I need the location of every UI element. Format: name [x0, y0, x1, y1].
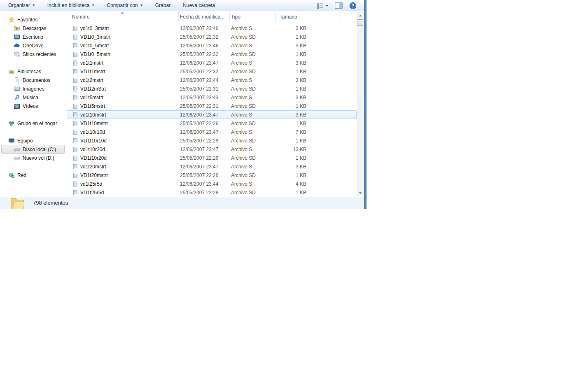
file-row-vd1t10mstrt[interactable]: vd1t10mstrt12/06/2007 23:47Archivo S3 KB [67, 110, 357, 119]
file-row-vd1t20mstrt[interactable]: vd1t20mstrt12/06/2007 23:47Archivo S3 KB [67, 162, 357, 171]
sidebar-item-escritorio[interactable]: Escritorio [0, 33, 66, 41]
sidebar-item-label: Red [17, 173, 26, 178]
file-name-cell: VD1t20mstrt [67, 173, 179, 178]
sidebar-item-im-genes[interactable]: Imágenes [0, 84, 66, 93]
sidebar-gap [0, 58, 66, 67]
file-type-cell: Archivo S [230, 147, 276, 152]
file-icon [72, 34, 78, 40]
sidebar-gap [0, 110, 66, 119]
main-area: FavoritosDescargasEscritorioOneDriveSiti… [0, 11, 364, 197]
file-type-cell: Archivo SD [230, 155, 276, 161]
sidebar-item-disco-local-c[interactable]: Disco local (C:) [1, 145, 65, 154]
file-row-vd1t0-3mstrt[interactable]: vd1t0_3mstrt12/06/2007 23:46Archivo S3 K… [67, 24, 357, 33]
svg-text:?: ? [352, 3, 355, 8]
sidebar-item-onedrive[interactable]: OneDrive [0, 41, 66, 50]
file-icon [72, 164, 78, 170]
column-header-tama-o[interactable]: Tamaño [276, 11, 309, 22]
file-row-vd1t1mstrt[interactable]: vd1t1mstrt12/06/2007 23:47Archivo S3 KB [67, 58, 357, 67]
toolbar-button-label: Nueva carpeta [183, 2, 215, 8]
sidebar-gap [0, 162, 66, 171]
file-row-vd1t10mstrt[interactable]: VD1t10mstrt25/05/2007 22:26Archivo SD1 K… [67, 119, 357, 128]
toolbar-button-nueva-carpeta[interactable]: Nueva carpeta [180, 1, 218, 10]
file-name: VD1t25r5d [80, 190, 104, 196]
file-icon [72, 95, 78, 100]
sidebar-item-grupo-en-el-hogar[interactable]: Grupo en el hogar [0, 119, 66, 128]
file-date-cell: 12/06/2007 23:47 [179, 129, 230, 135]
drive-icon [14, 155, 20, 161]
column-header-fecha-de-modifica[interactable]: Fecha de modifica... [179, 11, 230, 22]
file-row-vd1t1mstrt[interactable]: VD1t1mstrt25/05/2007 22:32Archivo SD1 KB [67, 67, 357, 76]
toolbar-button-organizar[interactable]: Organizar [5, 1, 38, 10]
file-row-vd1t2mstrt[interactable]: vd1t2mstrt12/06/2007 23:44Archivo S3 KB [67, 76, 357, 84]
column-header-tipo[interactable]: Tipo [230, 11, 276, 22]
file-row-vd1t0-5mstrt[interactable]: VD1t0_5mstrt25/05/2007 22:32Archivo SD1 … [67, 50, 357, 58]
vertical-scrollbar[interactable] [357, 12, 364, 196]
file-type-cell: Archivo SD [230, 173, 276, 178]
file-type-cell: Archivo S [230, 129, 276, 135]
file-icon [72, 147, 78, 152]
sidebar-item-equipo[interactable]: Equipo [0, 136, 66, 145]
file-name-cell: VD1t0_3mstrt [67, 34, 179, 40]
music-icon [14, 94, 20, 101]
file-date-cell: 25/05/2007 22:31 [179, 103, 230, 109]
file-type-cell: Archivo SD [230, 34, 276, 40]
scrollbar-thumb[interactable] [357, 19, 363, 26]
file-row-vd1t10r20d[interactable]: VD1t10r20d25/05/2007 22:29Archivo SD1 KB [67, 154, 357, 162]
file-row-vd1t10r10d[interactable]: vd1t10r10d12/06/2007 23:47Archivo S7 KB [67, 128, 357, 136]
chevron-down-icon [92, 5, 94, 6]
sort-ascending-icon[interactable] [121, 12, 124, 14]
file-row-vd1t10r20d[interactable]: vd1t10r20d12/06/2007 23:47Archivo S13 KB [67, 145, 357, 154]
sidebar-item-v-deos[interactable]: Vídeos [0, 102, 66, 110]
sidebar-item-documentos[interactable]: Documentos [0, 76, 66, 84]
file-type-cell: Archivo S [230, 181, 276, 187]
file-date-cell: 12/06/2007 23:44 [179, 77, 230, 83]
sidebar-item-nuevo-vol-d[interactable]: Nuevo vol (D:) [0, 154, 66, 162]
column-header-empty[interactable] [309, 11, 341, 22]
file-type-cell: Archivo S [230, 164, 276, 170]
triangle-down-icon [359, 192, 362, 194]
file-row-vd1t5mstrt[interactable]: vd1t5mstrt12/06/2007 23:43Archivo S3 KB [67, 93, 357, 102]
file-row-vd1t20mstrt[interactable]: VD1t20mstrt25/05/2007 22:26Archivo SD1 K… [67, 171, 357, 180]
chevron-down-icon[interactable] [326, 5, 328, 7]
file-name-cell: VD1t0_5mstrt [67, 51, 179, 57]
file-icon [72, 86, 78, 92]
preview-pane-icon[interactable] [335, 2, 343, 9]
file-date-cell: 25/05/2007 22:26 [179, 121, 230, 126]
toolbar-button-grabar[interactable]: Grabar [152, 1, 174, 10]
file-row-vd1t25r5d[interactable]: VD1t25r5d25/05/2007 22:28Archivo SD1 KB [67, 188, 357, 197]
scroll-up-button[interactable] [357, 12, 364, 19]
file-row-vd1t10r10d[interactable]: VD1t10r10d25/05/2007 22:29Archivo SD1 KB [67, 136, 357, 145]
file-name-cell: VD1t5mstrt [67, 103, 179, 109]
file-row-vd1t0-5mstrt[interactable]: vd1t0_5mstrt12/06/2007 23:46Archivo S3 K… [67, 41, 357, 50]
sidebar-item-bibliotecas[interactable]: Bibliotecas [0, 67, 66, 76]
file-name-cell: VD1t10r20d [67, 155, 179, 161]
file-icon [72, 138, 78, 144]
sidebar-item-sitios-recientes[interactable]: Sitios recientes [0, 50, 66, 58]
file-name-cell: vd1t10r20d [67, 147, 179, 152]
file-icon [72, 181, 78, 187]
scroll-down-button[interactable] [357, 190, 364, 196]
file-size-cell: 3 KB [276, 112, 309, 118]
file-row-vd1t0-3mstrt[interactable]: VD1t0_3mstrt25/05/2007 22:32Archivo SD1 … [67, 33, 357, 41]
file-size-cell: 3 KB [276, 60, 309, 66]
sidebar-item-m-sica[interactable]: Música [0, 93, 66, 102]
toolbar-button-incluir-en-biblioteca[interactable]: Incluir en biblioteca [44, 1, 98, 10]
file-row-vd1t5mstrt[interactable]: VD1t5mstrt25/05/2007 22:31Archivo SD1 KB [67, 102, 357, 110]
file-date-cell: 12/06/2007 23:47 [179, 60, 230, 66]
explorer-window: OrganizarIncluir en bibliotecaCompartir … [0, 0, 366, 209]
change-view-icon[interactable] [317, 2, 324, 9]
file-name-cell: VD1t1mstrt [67, 69, 179, 75]
sidebar-item-favoritos[interactable]: Favoritos [0, 15, 66, 24]
help-icon[interactable]: ? [349, 2, 357, 9]
file-row-vd1t2mstrt[interactable]: VD1t2mStrt25/05/2007 22:31Archivo SD1 KB [67, 84, 357, 93]
file-icon [72, 112, 78, 118]
file-icon [72, 129, 78, 135]
file-row-vd1t25r5d[interactable]: vd1t25r5d12/06/2007 23:44Archivo S4 KB [67, 180, 357, 188]
file-icon [72, 121, 78, 126]
sidebar-item-red[interactable]: Red [0, 171, 66, 180]
file-date-cell: 12/06/2007 23:47 [179, 164, 230, 170]
file-size-cell: 1 KB [276, 103, 309, 109]
sidebar-item-descargas[interactable]: Descargas [0, 24, 66, 33]
sidebar-item-label: Música [23, 95, 38, 100]
toolbar-button-compartir-con[interactable]: Compartir con [103, 1, 146, 10]
